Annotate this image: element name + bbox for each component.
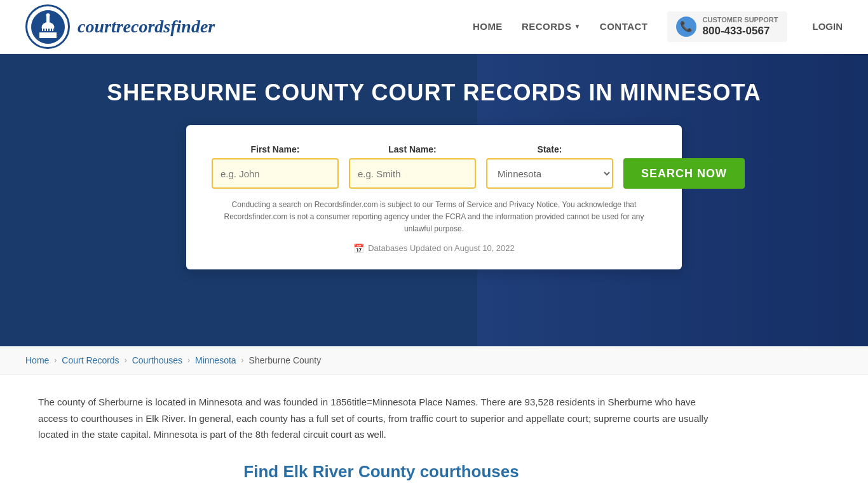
nav-contact[interactable]: CONTACT [600, 21, 648, 32]
search-card: First Name: Last Name: State: MinnesotaA… [186, 125, 682, 269]
support-label: CUSTOMER SUPPORT [703, 15, 778, 24]
lastname-input[interactable] [349, 158, 476, 189]
phone-icon: 📞 [676, 17, 696, 37]
logo-icon [25, 4, 70, 49]
logo[interactable]: courtrecordsfinder [25, 4, 215, 49]
search-fields: First Name: Last Name: State: MinnesotaA… [212, 144, 656, 189]
page-title: SHERBURNE COUNTY COURT RECORDS IN MINNES… [107, 79, 761, 106]
firstname-input[interactable] [212, 158, 339, 189]
nav-records[interactable]: RECORDS ▼ [522, 21, 581, 32]
logo-text: courtrecordsfinder [78, 17, 215, 37]
search-button[interactable]: SEARCH NOW [623, 158, 745, 189]
nav-home[interactable]: HOME [473, 21, 503, 32]
login-button[interactable]: LOGIN [813, 21, 843, 32]
lastname-group: Last Name: [349, 144, 476, 189]
firstname-label: First Name: [212, 144, 339, 154]
main-nav: HOME RECORDS ▼ CONTACT 📞 CUSTOMER SUPPOR… [473, 11, 843, 42]
lastname-label: Last Name: [349, 144, 476, 154]
disclaimer-text: Conducting a search on Recordsfinder.com… [212, 199, 656, 236]
chevron-down-icon: ▼ [574, 23, 580, 30]
support-number: 800-433-0567 [703, 24, 778, 38]
breadcrumb-current: Sherburne County [249, 355, 322, 365]
breadcrumb-sep-2: › [125, 356, 127, 365]
svg-rect-12 [39, 31, 57, 32]
firstname-group: First Name: [212, 144, 339, 189]
state-label: State: [486, 144, 613, 154]
breadcrumb-home[interactable]: Home [25, 355, 49, 365]
svg-rect-1 [39, 32, 57, 38]
header: courtrecordsfinder HOME RECORDS ▼ CONTAC… [0, 0, 868, 54]
state-group: State: MinnesotaAlabamaAlaskaArizonaArka… [486, 144, 613, 189]
support-box[interactable]: 📞 CUSTOMER SUPPORT 800-433-0567 [667, 11, 787, 42]
breadcrumb-sep-4: › [241, 356, 244, 365]
main-content: The county of Sherburne is located in Mi… [0, 375, 763, 488]
breadcrumb-minnesota[interactable]: Minnesota [195, 355, 236, 365]
calendar-icon: 📅 [353, 243, 364, 254]
hero-section: SHERBURNE COUNTY COURT RECORDS IN MINNES… [0, 54, 868, 346]
state-select[interactable]: MinnesotaAlabamaAlaskaArizonaArkansasCal… [486, 158, 613, 189]
section-title: Find Elk River County courthouses [38, 462, 724, 482]
svg-rect-4 [46, 16, 50, 27]
breadcrumb-court-records[interactable]: Court Records [62, 355, 119, 365]
breadcrumb: Home › Court Records › Courthouses › Min… [0, 346, 868, 375]
content-body: The county of Sherburne is located in Mi… [38, 394, 724, 443]
breadcrumb-sep-1: › [54, 356, 57, 365]
db-update: 📅 Databases Updated on August 10, 2022 [212, 243, 656, 254]
breadcrumb-sep-3: › [187, 356, 190, 365]
breadcrumb-courthouses[interactable]: Courthouses [132, 355, 182, 365]
svg-point-5 [46, 13, 50, 17]
